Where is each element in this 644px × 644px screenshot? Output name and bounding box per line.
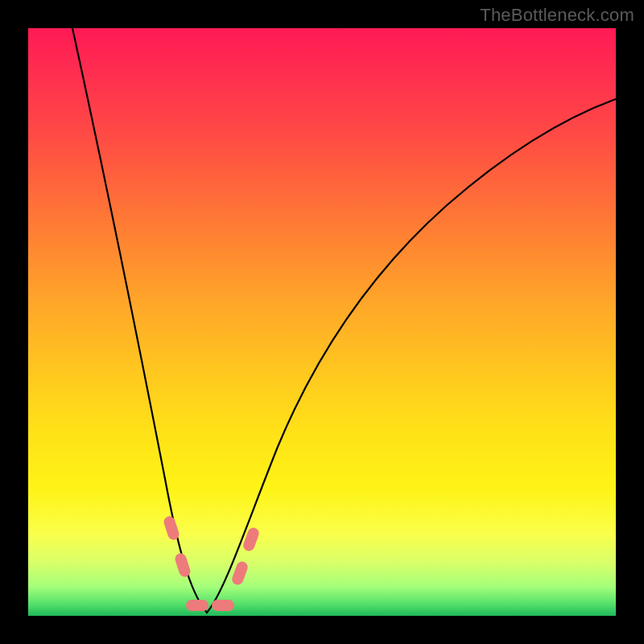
marker-right-lower	[230, 560, 249, 587]
watermark-text: TheBottleneck.com	[480, 5, 634, 26]
marker-bottom-right	[212, 600, 234, 611]
marker-left-lower	[174, 552, 192, 579]
marker-left-upper	[163, 515, 181, 542]
curve-layer	[28, 28, 616, 616]
marker-bottom-left	[186, 600, 208, 611]
bottleneck-curve	[72, 28, 616, 613]
plot-area	[28, 28, 616, 616]
chart-frame: TheBottleneck.com	[0, 0, 644, 644]
